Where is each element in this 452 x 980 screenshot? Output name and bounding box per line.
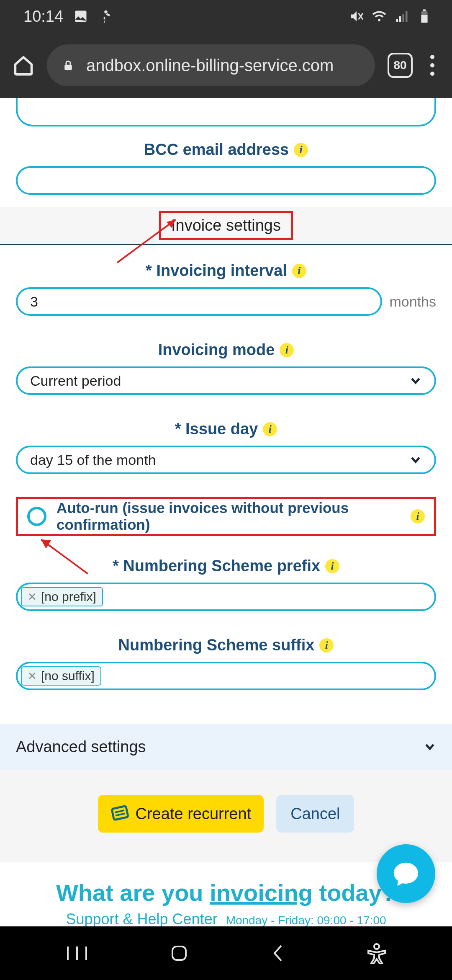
truncated-field-above — [0, 98, 452, 128]
walking-icon — [98, 9, 113, 24]
wifi-icon — [372, 9, 387, 24]
autorun-option[interactable]: Auto-run (issue invoices without previou… — [16, 497, 436, 536]
advanced-settings-label: Advanced settings — [16, 738, 146, 756]
mute-icon — [349, 9, 364, 24]
chevron-down-icon — [409, 454, 422, 466]
image-icon — [73, 9, 88, 24]
svg-line-17 — [115, 810, 124, 812]
svg-rect-16 — [111, 806, 128, 820]
svg-rect-9 — [421, 15, 428, 23]
prefix-label: * Numbering Scheme prefix — [113, 557, 320, 575]
accessibility-button[interactable] — [366, 942, 388, 964]
status-clock: 10:14 — [23, 8, 63, 26]
invoice-settings-header: Invoice settings — [0, 207, 452, 245]
browser-menu-icon[interactable] — [425, 55, 439, 76]
chat-icon — [391, 859, 421, 888]
chevron-down-icon — [409, 374, 422, 387]
remove-tag-icon[interactable]: ✕ — [28, 591, 37, 603]
prefix-tag[interactable]: ✕ [no prefix] — [21, 587, 103, 606]
info-icon[interactable]: i — [280, 343, 294, 357]
svg-point-1 — [104, 10, 108, 14]
browser-toolbar: andbox.online-billing-service.com 80 — [0, 33, 452, 98]
interval-input[interactable]: 3 — [16, 287, 382, 316]
autorun-radio[interactable] — [27, 507, 46, 526]
svg-point-23 — [374, 944, 379, 949]
info-icon[interactable]: i — [325, 559, 339, 573]
mode-select[interactable]: Current period — [16, 366, 436, 395]
recents-button[interactable] — [64, 944, 90, 962]
android-nav-bar — [0, 926, 452, 980]
address-bar[interactable]: andbox.online-billing-service.com — [47, 44, 375, 86]
svg-line-18 — [116, 813, 125, 815]
signal-icon — [394, 9, 409, 24]
info-icon[interactable]: i — [411, 509, 425, 524]
bcc-label: BCC email address — [144, 141, 289, 159]
svg-rect-6 — [403, 14, 405, 22]
svg-rect-5 — [399, 16, 401, 22]
android-status-bar: 10:14 — [0, 0, 452, 33]
suffix-label: Numbering Scheme suffix — [118, 636, 315, 654]
info-icon[interactable]: i — [319, 638, 334, 652]
battery-icon — [417, 9, 432, 24]
autorun-label: Auto-run (issue invoices without previou… — [56, 500, 401, 533]
suffix-input[interactable]: ✕ [no suffix] — [16, 662, 436, 690]
chat-fab[interactable] — [377, 844, 435, 903]
suffix-tag[interactable]: ✕ [no suffix] — [21, 666, 101, 686]
invoice-settings-title: Invoice settings — [159, 211, 293, 240]
chevron-down-icon — [424, 740, 436, 753]
home-button[interactable] — [168, 942, 190, 964]
action-bar: Create recurrent Cancel — [0, 770, 452, 862]
interval-unit: months — [390, 294, 437, 310]
info-icon[interactable]: i — [292, 264, 306, 278]
svg-rect-11 — [64, 65, 72, 70]
bcc-input[interactable] — [16, 166, 436, 195]
svg-rect-10 — [423, 10, 426, 12]
footer-support-link[interactable]: Support & Help Center — [66, 910, 217, 928]
cancel-button[interactable]: Cancel — [276, 795, 354, 833]
remove-tag-icon[interactable]: ✕ — [28, 670, 37, 683]
svg-rect-7 — [406, 11, 408, 22]
tab-switcher[interactable]: 80 — [388, 53, 413, 78]
svg-rect-22 — [172, 946, 186, 960]
back-button[interactable] — [269, 942, 287, 964]
issue-day-label: * Issue day — [175, 420, 258, 438]
info-icon[interactable]: i — [294, 143, 308, 157]
advanced-settings-toggle[interactable]: Advanced settings — [0, 724, 452, 770]
lock-icon — [62, 58, 74, 72]
svg-rect-4 — [396, 19, 398, 22]
footer-hours: Monday - Friday: 09:00 - 17:00 — [226, 914, 386, 927]
invoice-icon — [108, 802, 131, 825]
mode-label: Invoicing mode — [158, 341, 275, 359]
issue-day-select[interactable]: day 15 of the month — [16, 446, 436, 474]
create-recurrent-button[interactable]: Create recurrent — [98, 795, 264, 833]
home-icon[interactable] — [13, 54, 34, 76]
info-icon[interactable]: i — [263, 422, 277, 436]
interval-label: * Invoicing interval — [146, 262, 287, 280]
url-text: andbox.online-billing-service.com — [86, 56, 334, 75]
prefix-input[interactable]: ✕ [no prefix] — [16, 583, 436, 611]
